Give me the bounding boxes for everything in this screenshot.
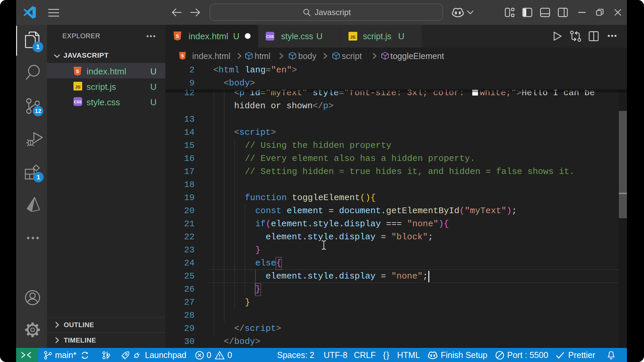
svg-text:JS: JS	[350, 35, 356, 40]
svg-text:JS: JS	[75, 84, 80, 89]
svg-text:5: 5	[181, 53, 183, 58]
svg-text:CSS: CSS	[74, 100, 82, 104]
svg-text:5: 5	[176, 33, 179, 39]
svg-text:5: 5	[76, 68, 79, 74]
svg-text:CSS: CSS	[266, 35, 274, 39]
